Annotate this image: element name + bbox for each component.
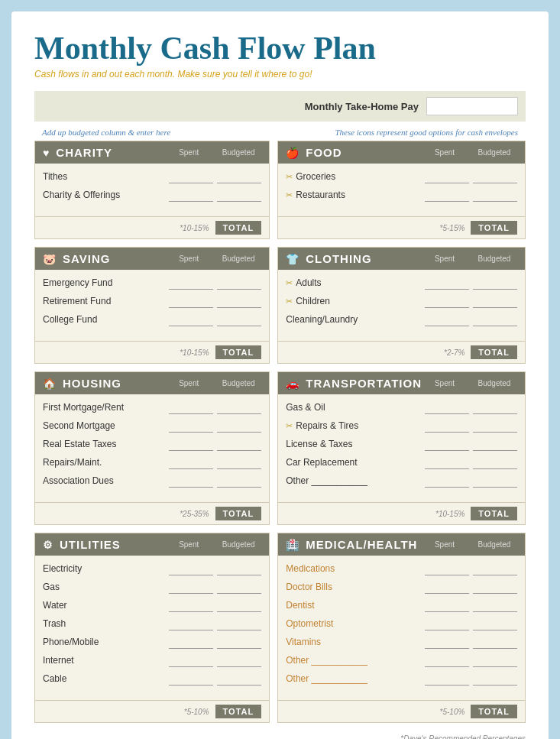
internet-spent[interactable]	[169, 653, 213, 667]
item-cleaning: Cleaning/Laundry	[286, 314, 425, 325]
children-spent[interactable]	[425, 294, 469, 308]
tithes-budgeted[interactable]	[217, 170, 261, 183]
list-item: Gas & Oil	[286, 400, 517, 414]
take-home-input[interactable]	[426, 97, 518, 115]
association-spent[interactable]	[169, 474, 213, 488]
charity-icon: ♥	[43, 147, 50, 159]
list-item: Retirement Fund	[43, 294, 261, 308]
restaurants-budgeted[interactable]	[473, 188, 517, 202]
clothing-col-labels: Spent Budgeted	[422, 254, 517, 263]
license-budgeted[interactable]	[473, 437, 517, 451]
housing-title: 🏠 HOUSING	[43, 377, 121, 390]
repairs-tires-spent[interactable]	[425, 419, 469, 433]
second-mortgage-budgeted[interactable]	[217, 419, 261, 433]
restaurants-spent[interactable]	[425, 188, 469, 202]
medical-other2-budgeted[interactable]	[473, 672, 517, 686]
transport-other-spent[interactable]	[425, 474, 469, 488]
college-budgeted[interactable]	[217, 313, 261, 326]
trash-budgeted[interactable]	[217, 617, 261, 630]
list-item: Tithes	[43, 170, 261, 183]
doctor-spent[interactable]	[425, 580, 469, 594]
item-trash: Trash	[43, 618, 169, 629]
retirement-budgeted[interactable]	[217, 294, 261, 308]
tithes-spent[interactable]	[169, 170, 213, 183]
list-item: Dentist	[286, 598, 517, 612]
electricity-budgeted[interactable]	[217, 562, 261, 575]
emergency-spent[interactable]	[169, 276, 213, 290]
transportation-title: 🚗 TRANSPORTATION	[286, 377, 422, 390]
gas-oil-budgeted[interactable]	[473, 400, 517, 414]
groceries-budgeted[interactable]	[473, 170, 517, 183]
transportation-percent: *10-15%	[435, 510, 465, 518]
charity-budgeted[interactable]	[217, 188, 261, 202]
saving-percent: *10-15%	[180, 348, 209, 357]
phone-budgeted[interactable]	[217, 635, 261, 649]
repairs-maint-spent[interactable]	[169, 455, 213, 469]
charity-spent[interactable]	[169, 188, 213, 202]
food-total: TOTAL	[471, 221, 517, 235]
groceries-spent[interactable]	[425, 170, 469, 183]
medical-percent: *5-10%	[440, 708, 465, 716]
item-vitamins: Vitamins	[286, 637, 425, 647]
license-spent[interactable]	[425, 437, 469, 451]
take-home-label: Monthly Take-Home Pay	[305, 101, 419, 112]
dentist-budgeted[interactable]	[473, 598, 517, 612]
saving-icon: 🐷	[43, 253, 57, 265]
list-item: Electricity	[43, 562, 261, 575]
doctor-budgeted[interactable]	[473, 580, 517, 594]
cleaning-spent[interactable]	[425, 313, 469, 326]
first-mortgage-spent[interactable]	[169, 400, 213, 414]
item-dentist: Dentist	[286, 600, 425, 611]
section-saving: 🐷 SAVING Spent Budgeted Emergency Fund R…	[34, 247, 270, 364]
annotation-left: Add up budgeted column & enter here	[42, 128, 170, 137]
item-medical-other2: Other ___________	[286, 673, 425, 684]
medical-other2-spent[interactable]	[425, 672, 469, 686]
medications-spent[interactable]	[425, 562, 469, 575]
internet-budgeted[interactable]	[217, 653, 261, 667]
emergency-budgeted[interactable]	[217, 276, 261, 290]
optometrist-spent[interactable]	[425, 617, 469, 630]
cleaning-budgeted[interactable]	[473, 313, 517, 326]
adults-budgeted[interactable]	[473, 276, 517, 290]
association-budgeted[interactable]	[217, 474, 261, 488]
optometrist-budgeted[interactable]	[473, 617, 517, 630]
retirement-spent[interactable]	[169, 294, 213, 308]
housing-total: TOTAL	[215, 507, 262, 520]
cable-budgeted[interactable]	[217, 672, 261, 686]
car-replacement-spent[interactable]	[425, 455, 469, 469]
transportation-total: TOTAL	[471, 507, 517, 520]
phone-spent[interactable]	[169, 635, 213, 649]
electricity-spent[interactable]	[169, 562, 213, 575]
trash-spent[interactable]	[169, 617, 213, 630]
gas-budgeted[interactable]	[217, 580, 261, 594]
medical-other1-spent[interactable]	[425, 653, 469, 667]
children-budgeted[interactable]	[473, 294, 517, 308]
medical-header: 🏥 MEDICAL/HEALTH Spent Budgeted	[278, 533, 525, 556]
real-estate-budgeted[interactable]	[217, 437, 261, 451]
gas-spent[interactable]	[169, 580, 213, 594]
college-spent[interactable]	[169, 313, 213, 326]
medications-budgeted[interactable]	[473, 562, 517, 575]
water-budgeted[interactable]	[217, 598, 261, 612]
first-mortgage-budgeted[interactable]	[217, 400, 261, 414]
list-item: Other ___________	[286, 474, 517, 488]
medical-other1-budgeted[interactable]	[473, 653, 517, 667]
item-adults: ✂ Adults	[286, 277, 425, 288]
adults-spent[interactable]	[425, 276, 469, 290]
repairs-tires-budgeted[interactable]	[473, 419, 517, 433]
section-medical: 🏥 MEDICAL/HEALTH Spent Budgeted Medicati…	[277, 533, 526, 723]
list-item: Cleaning/Laundry	[286, 313, 517, 326]
vitamins-budgeted[interactable]	[473, 635, 517, 649]
repairs-maint-budgeted[interactable]	[217, 455, 261, 469]
vitamins-spent[interactable]	[425, 635, 469, 649]
cable-spent[interactable]	[169, 672, 213, 686]
second-mortgage-spent[interactable]	[169, 419, 213, 433]
gas-oil-spent[interactable]	[425, 400, 469, 414]
medical-footer: *5-10% TOTAL	[278, 700, 525, 722]
dentist-spent[interactable]	[425, 598, 469, 612]
water-spent[interactable]	[169, 598, 213, 612]
transport-other-budgeted[interactable]	[473, 474, 517, 488]
real-estate-spent[interactable]	[169, 437, 213, 451]
item-transport-other: Other ___________	[286, 475, 425, 486]
car-replacement-budgeted[interactable]	[473, 455, 517, 469]
